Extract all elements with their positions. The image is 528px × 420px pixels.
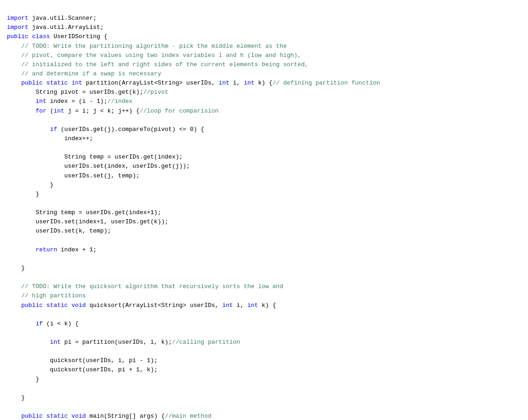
code-line: } bbox=[7, 190, 521, 199]
code-line: quicksort(userIDs, i, pi - 1); bbox=[7, 356, 521, 365]
code-line: import java.util.ArrayList; bbox=[7, 23, 521, 32]
code-line bbox=[7, 116, 521, 125]
code-line bbox=[7, 347, 521, 356]
code-line: return index + 1; bbox=[7, 245, 521, 255]
code-line: String pivot = userIDs.get(k);//pivot bbox=[7, 88, 521, 97]
code-line: if (userIDs.get(j).compareTo(pivot) <= 0… bbox=[7, 125, 521, 134]
code-line: public class UserIDSorting { bbox=[7, 32, 521, 41]
code-line bbox=[7, 273, 521, 282]
code-line bbox=[7, 143, 521, 153]
code-line: } bbox=[7, 375, 521, 384]
code-line bbox=[7, 403, 521, 412]
code-line: String temp = userIDs.get(index); bbox=[7, 153, 521, 162]
code-line: // and determine if a swap is necessary bbox=[7, 69, 521, 79]
code-line: index++; bbox=[7, 134, 521, 143]
code-line: if (i < k) { bbox=[7, 319, 521, 329]
code-line bbox=[7, 199, 521, 208]
code-line: // high partitions bbox=[7, 291, 521, 301]
code-line: import java.util.Scanner; bbox=[7, 14, 521, 23]
code-line: } bbox=[7, 181, 521, 190]
code-line: userIDs.set(index, userIDs.get(j)); bbox=[7, 162, 521, 171]
code-line bbox=[7, 255, 521, 264]
code-line: public static void main(String[] args) {… bbox=[7, 412, 521, 420]
code-line bbox=[7, 329, 521, 338]
code-line: String temp = userIDs.get(index+1); bbox=[7, 208, 521, 217]
code-line bbox=[7, 310, 521, 319]
code-line: int index = (i - 1);//index bbox=[7, 97, 521, 106]
code-editor: import java.util.Scanner;import java.uti… bbox=[7, 5, 521, 420]
code-line: userIDs.set(j, temp); bbox=[7, 171, 521, 181]
code-line: quicksort(userIDs, pi + 1, k); bbox=[7, 365, 521, 375]
code-line: // initialized to the left and right sid… bbox=[7, 60, 521, 69]
code-line: for (int j = i; j < k; j++) {//loop for … bbox=[7, 107, 521, 116]
code-line bbox=[7, 236, 521, 245]
code-line: userIDs.set(index+1, userIDs.get(k)); bbox=[7, 217, 521, 227]
code-line: int pi = partition(userIDs, i, k);//call… bbox=[7, 338, 521, 347]
code-line: } bbox=[7, 264, 521, 273]
code-line: // TODO: Write the partitioning algorith… bbox=[7, 42, 521, 51]
code-line: } bbox=[7, 393, 521, 403]
code-line: // TODO: Write the quicksort algorithm t… bbox=[7, 282, 521, 291]
code-line bbox=[7, 384, 521, 393]
code-line: // pivot, compare the values using two i… bbox=[7, 51, 521, 60]
code-line: public static int partition(ArrayList<St… bbox=[7, 79, 521, 88]
code-line: userIDs.set(k, temp); bbox=[7, 227, 521, 236]
code-line: public static void quicksort(ArrayList<S… bbox=[7, 301, 521, 310]
